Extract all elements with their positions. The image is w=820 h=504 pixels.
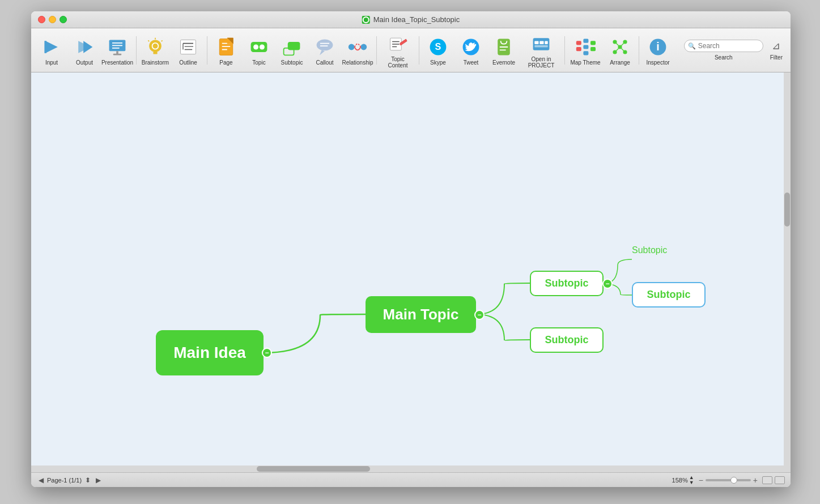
svg-text:i: i (656, 40, 660, 53)
toolbar-sep-1 (136, 36, 137, 65)
svg-rect-57 (583, 45, 588, 49)
filter-button[interactable]: ⊿ Filter (767, 37, 786, 63)
toolbar-skype[interactable]: S Skype (422, 31, 454, 70)
zoom-plus-btn[interactable]: + (753, 476, 758, 485)
window-title: Main Idea_Topic_Subtopic (362, 15, 460, 24)
toolbar-output[interactable]: Output (69, 31, 100, 70)
toolbar-page[interactable]: Page (210, 31, 242, 70)
svg-rect-50 (534, 41, 538, 44)
toolbar-topic-content[interactable]: Topic Content (380, 31, 416, 70)
svg-rect-60 (590, 47, 596, 51)
page-next-btn[interactable]: ▶ (94, 476, 103, 484)
svg-line-13 (148, 40, 149, 41)
view-normal-btn[interactable] (762, 476, 772, 484)
topic-content-icon (386, 33, 409, 55)
scrollbar-thumb-right[interactable] (784, 193, 790, 227)
view-icons (762, 476, 785, 484)
svg-line-66 (615, 42, 620, 47)
zoom-minus-btn[interactable]: − (699, 476, 703, 485)
outline-icon (177, 36, 199, 58)
zoom-slider-wrap: − + (699, 476, 758, 485)
svg-rect-27 (251, 42, 267, 52)
node-subtopic-text[interactable]: Subtopic (632, 245, 667, 255)
toolbar-tweet[interactable]: Tweet (455, 31, 487, 70)
map-theme-icon (574, 36, 597, 58)
node-main-topic[interactable]: Main Topic (366, 296, 476, 333)
node-subtopic-1[interactable]: Subtopic (530, 271, 604, 296)
scrollbar-bottom[interactable] (31, 465, 784, 472)
status-right: 158% ▲▼ − + (672, 475, 785, 485)
svg-marker-0 (45, 41, 58, 53)
svg-rect-55 (576, 47, 581, 51)
toolbar-outline[interactable]: Outline (172, 31, 204, 70)
zoom-slider[interactable] (706, 479, 751, 481)
svg-rect-59 (590, 41, 596, 45)
title-bar: Main Idea_Topic_Subtopic (31, 11, 791, 28)
app-icon (362, 16, 370, 24)
svg-rect-56 (583, 39, 588, 43)
svg-line-69 (620, 47, 625, 52)
connections-svg (31, 72, 791, 472)
svg-line-67 (620, 42, 625, 47)
search-glass-icon: 🔍 (688, 42, 696, 50)
svg-rect-58 (583, 51, 588, 55)
status-bar: ◀ Page-1 (1/1) ⬍ ▶ 158% ▲▼ − + (31, 472, 791, 487)
filter-icon: ⊿ (772, 40, 780, 52)
minimize-button[interactable] (49, 16, 56, 23)
toolbar-brainstorm[interactable]: Brainstorm (139, 31, 171, 70)
search-area: 🔍 Search ⊿ Filter (684, 37, 786, 63)
scrollbar-thumb-bottom[interactable] (257, 466, 370, 472)
toolbar-input[interactable]: Input (36, 31, 67, 70)
svg-rect-11 (153, 52, 157, 54)
search-wrapper: 🔍 (684, 40, 763, 52)
zoom-slider-thumb[interactable] (730, 477, 737, 484)
inspector-icon: i (647, 36, 669, 58)
collapse-main-topic-btn[interactable]: − (474, 310, 485, 320)
toolbar-evernote[interactable]: Evernote (488, 31, 520, 70)
toolbar-presentation[interactable]: Presentation (101, 31, 133, 70)
toolbar-subtopic[interactable]: Subtopic (276, 31, 308, 70)
svg-line-14 (162, 40, 163, 41)
svg-rect-6 (113, 54, 121, 55)
collapse-main-idea-btn[interactable]: − (262, 348, 272, 358)
input-icon (40, 36, 63, 58)
svg-point-28 (253, 45, 258, 50)
toolbar-sep-3 (376, 36, 377, 65)
svg-rect-51 (539, 41, 543, 44)
view-fullscreen-btn[interactable] (775, 476, 785, 484)
scrollbar-right[interactable] (784, 72, 791, 472)
svg-marker-33 (320, 50, 325, 55)
search-input[interactable] (684, 40, 763, 52)
node-subtopic-2[interactable]: Subtopic (530, 327, 604, 353)
node-main-idea[interactable]: Main Idea (156, 330, 264, 375)
toolbar-topic[interactable]: Topic (243, 31, 275, 70)
page-stepper[interactable]: ⬍ (83, 476, 92, 484)
toolbar-sep-5 (564, 36, 565, 65)
svg-rect-52 (545, 41, 547, 44)
svg-point-10 (149, 40, 162, 52)
toolbar-arrange[interactable]: Arrange (604, 31, 636, 70)
page-prev-btn[interactable]: ◀ (37, 476, 45, 484)
subtopic-icon (281, 36, 303, 58)
open-in-project-icon (530, 33, 553, 55)
svg-point-36 (349, 44, 355, 50)
collapse-subtopic-1-btn[interactable]: − (602, 279, 613, 289)
svg-rect-53 (534, 45, 547, 47)
canvas[interactable]: Main Idea − Main Topic − Subtopic − Subt… (31, 72, 791, 472)
page-icon (215, 36, 237, 58)
toolbar-open-in-project[interactable]: Open in PROJECT (521, 31, 562, 70)
node-subtopic-selected[interactable]: Subtopic (632, 282, 706, 307)
evernote-icon (492, 36, 515, 58)
toolbar-map-theme[interactable]: Map Theme (568, 31, 603, 70)
close-button[interactable] (38, 16, 45, 23)
toolbar-relationship[interactable]: Relationship (342, 31, 373, 70)
svg-point-29 (260, 45, 265, 50)
toolbar-inspector[interactable]: i Inspector (642, 31, 674, 70)
toolbar: Input Output (31, 28, 791, 72)
toolbar-callout[interactable]: Callout (309, 31, 341, 70)
toolbar-sep-4 (419, 36, 419, 65)
topic-icon (248, 36, 270, 58)
svg-line-68 (615, 47, 620, 52)
svg-text:S: S (435, 41, 441, 52)
maximize-button[interactable] (60, 16, 67, 23)
